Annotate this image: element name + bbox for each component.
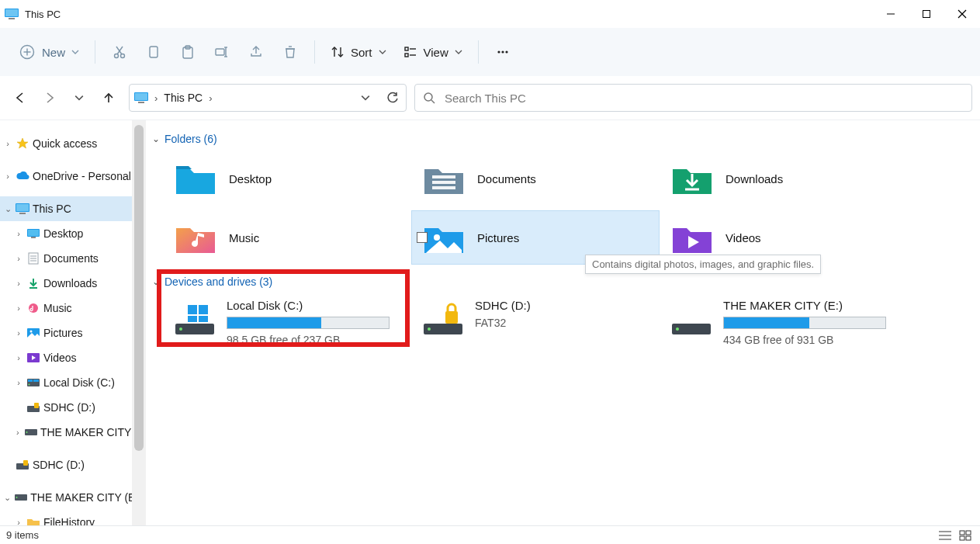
copy-icon[interactable] [145, 43, 162, 61]
recent-button[interactable] [71, 90, 87, 106]
tree-downloads[interactable]: ›Downloads [0, 271, 132, 296]
search-input[interactable] [443, 91, 964, 106]
svg-point-68 [179, 327, 182, 331]
back-button[interactable] [12, 90, 28, 106]
cut-icon[interactable] [111, 43, 128, 61]
tree-scrollbar[interactable] [132, 120, 146, 525]
svg-rect-71 [188, 316, 197, 322]
svg-point-28 [501, 50, 504, 53]
details-view-button[interactable] [937, 528, 954, 542]
plus-circle-icon [19, 43, 36, 61]
tree-videos[interactable]: ›Videos [0, 345, 132, 370]
svg-rect-55 [34, 403, 39, 408]
more-button[interactable] [494, 43, 511, 61]
svg-line-34 [431, 100, 435, 103]
chevron-down-icon: ⌄ [152, 276, 160, 287]
svg-rect-31 [135, 93, 147, 100]
svg-line-13 [116, 47, 122, 54]
svg-point-11 [121, 54, 125, 58]
maximize-button[interactable] [909, 2, 944, 26]
chevron-down-icon [455, 48, 462, 56]
tree-desktop[interactable]: ›Desktop [0, 221, 132, 246]
address-bar[interactable]: › This PC › [129, 84, 407, 112]
desktop-folder-icon [175, 161, 216, 196]
cloud-icon [16, 169, 29, 183]
desktop-icon [26, 227, 40, 241]
drive-e[interactable]: THE MAKER CITY (E:) 434 GB free of 931 G… [660, 294, 908, 351]
drive-d[interactable]: SDHC (D:) FAT32 [411, 294, 660, 351]
tree-pictures[interactable]: ›Pictures [0, 321, 132, 345]
paste-icon[interactable] [179, 43, 196, 61]
svg-rect-62 [432, 175, 455, 178]
svg-rect-83 [960, 536, 964, 540]
folder-downloads[interactable]: Downloads [660, 151, 908, 206]
tree-local-disk[interactable]: ›Local Disk (C:) [0, 370, 132, 395]
group-drives[interactable]: ⌄ Devices and drives (3) [152, 275, 972, 288]
svg-rect-1 [5, 9, 18, 16]
chevron-down-icon [71, 48, 79, 56]
chevron-down-icon[interactable]: ⌄ [3, 204, 12, 214]
view-button[interactable]: View [403, 45, 462, 59]
minimize-button[interactable] [873, 2, 909, 26]
downloads-folder-icon [671, 161, 713, 196]
close-button[interactable] [944, 2, 980, 26]
chevron-right-icon[interactable]: › [209, 92, 212, 104]
pc-icon [16, 202, 29, 216]
share-icon[interactable] [248, 43, 265, 61]
refresh-button[interactable] [386, 91, 400, 105]
tree-sdhc[interactable]: SDHC (D:) [0, 395, 132, 420]
svg-point-10 [115, 54, 119, 58]
svg-rect-24 [405, 54, 408, 57]
group-folders[interactable]: ⌄ Folders (6) [152, 133, 972, 145]
new-label: New [42, 46, 65, 59]
view-icon [403, 45, 417, 59]
svg-rect-82 [966, 531, 971, 535]
tree-music[interactable]: ›Music [0, 296, 132, 321]
tree-maker-root[interactable]: ⌄THE MAKER CITY (E:) [0, 485, 132, 510]
tree-onedrive[interactable]: › OneDrive - Personal [0, 164, 132, 189]
picture-icon [26, 326, 40, 340]
tree-sdhc-root[interactable]: SDHC (D:) [0, 452, 132, 477]
chevron-right-icon[interactable]: › [3, 172, 12, 181]
search-bar[interactable] [414, 84, 972, 112]
tree-maker[interactable]: ›THE MAKER CITY (E:) [0, 420, 132, 445]
forward-button[interactable] [42, 90, 57, 106]
titlebar: This PC [0, 0, 980, 28]
svg-rect-63 [432, 181, 455, 184]
drive-icon [15, 490, 27, 504]
chevron-right-icon[interactable]: › [154, 92, 158, 104]
tree-filehistory[interactable]: ›FileHistory [0, 510, 132, 525]
folder-music[interactable]: Music [163, 210, 411, 265]
tooltip: Contains digital photos, images, and gra… [585, 255, 821, 274]
item-count: 9 items [6, 529, 39, 541]
tree-documents[interactable]: ›Documents [0, 246, 132, 271]
usage-bar [723, 317, 886, 329]
star-icon [16, 137, 29, 151]
svg-rect-69 [188, 305, 197, 314]
tiles-view-button[interactable] [957, 528, 974, 542]
tree-quick-access[interactable]: › Quick access [0, 131, 132, 156]
folder-desktop[interactable]: Desktop [163, 151, 411, 206]
svg-rect-4 [923, 11, 930, 18]
rename-icon[interactable] [213, 43, 230, 61]
chevron-right-icon[interactable]: › [3, 139, 12, 148]
svg-rect-59 [23, 460, 28, 466]
drive-icon [670, 302, 712, 336]
breadcrumb[interactable]: This PC [164, 92, 203, 104]
svg-rect-36 [16, 204, 29, 211]
up-button[interactable] [101, 90, 116, 106]
sort-button[interactable]: Sort [331, 45, 386, 59]
tree-this-pc[interactable]: ⌄ This PC [0, 196, 132, 221]
address-dropdown[interactable] [361, 93, 370, 102]
svg-point-74 [428, 327, 431, 331]
delete-icon[interactable] [282, 43, 299, 61]
status-bar: 9 items [0, 525, 980, 544]
checkbox[interactable] [417, 232, 428, 243]
folder-documents[interactable]: Documents [411, 151, 660, 206]
drive-lock-icon [26, 400, 40, 414]
pictures-folder-icon [423, 220, 465, 255]
svg-rect-72 [199, 316, 208, 322]
new-button[interactable]: New [19, 43, 79, 61]
svg-rect-37 [19, 213, 26, 214]
drive-c[interactable]: Local Disk (C:) 98.5 GB free of 237 GB [163, 294, 411, 351]
